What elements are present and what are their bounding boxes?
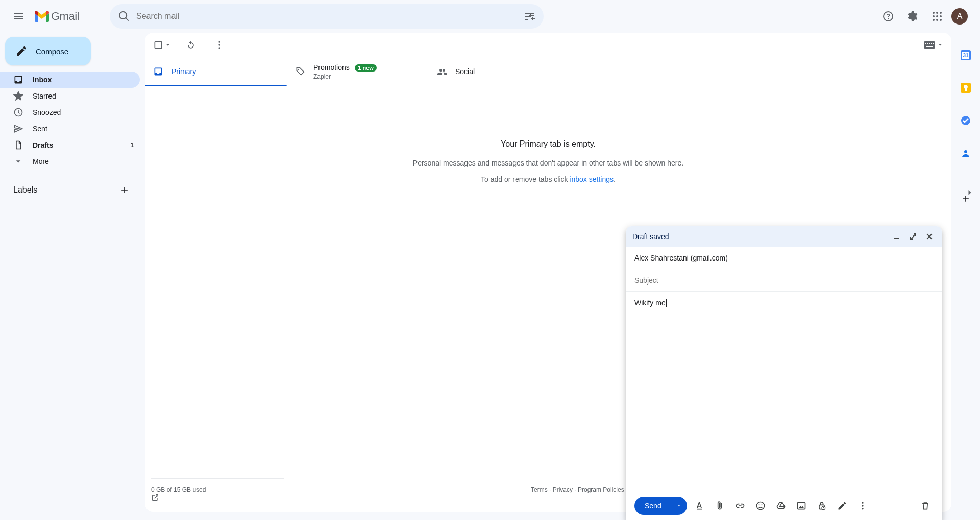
- keep-app-button[interactable]: [955, 78, 976, 98]
- calendar-app-button[interactable]: 31: [955, 45, 976, 65]
- lock-clock-icon: [817, 501, 827, 511]
- header-right: A: [878, 6, 976, 27]
- svg-point-32: [761, 504, 762, 505]
- compose-body[interactable]: Wikify me: [626, 292, 942, 491]
- storage-text: 0 GB of 15 GB used: [151, 486, 206, 493]
- tab-badge: 1 new: [355, 64, 377, 72]
- sidebar-item-snoozed[interactable]: Snoozed: [0, 104, 140, 121]
- avatar-letter: A: [957, 12, 963, 21]
- compose-toolbar: Send: [626, 491, 942, 520]
- compose-button[interactable]: Compose: [5, 37, 91, 65]
- sidebar-item-starred[interactable]: Starred: [0, 88, 140, 104]
- emoji-icon: [755, 501, 766, 511]
- svg-point-21: [298, 69, 299, 70]
- image-icon: [796, 501, 806, 511]
- compose-label: Compose: [36, 47, 68, 56]
- sidebar-item-sent[interactable]: Sent: [0, 121, 140, 137]
- sidebar-item-more[interactable]: More: [0, 153, 140, 170]
- tasks-app-button[interactable]: [955, 110, 976, 131]
- contacts-app-button[interactable]: [955, 143, 976, 163]
- footer-links[interactable]: Terms · Privacy · Program Policies: [531, 486, 624, 493]
- search-bar[interactable]: [110, 4, 544, 29]
- select-all-checkbox[interactable]: [153, 40, 172, 50]
- tab-promotions[interactable]: Promotions 1 new Zapier: [287, 57, 429, 86]
- drive-button[interactable]: [773, 498, 789, 514]
- signature-button[interactable]: [834, 498, 850, 514]
- inbox-icon: [153, 66, 163, 77]
- input-tool-button[interactable]: [924, 41, 943, 49]
- compose-header[interactable]: Draft saved: [626, 226, 942, 247]
- apps-button[interactable]: [927, 6, 947, 27]
- main-menu-button[interactable]: [6, 4, 31, 29]
- tab-primary[interactable]: Primary: [145, 57, 287, 86]
- keyboard-icon: [924, 41, 935, 49]
- side-panel-toggle[interactable]: [960, 182, 980, 203]
- compose-header-title: Draft saved: [632, 232, 891, 241]
- settings-button[interactable]: [902, 6, 923, 27]
- tab-label: Primary: [172, 67, 196, 76]
- tab-label: Social: [455, 67, 475, 76]
- formatting-button[interactable]: [691, 498, 707, 514]
- trash-icon: [920, 501, 930, 511]
- search-options-button[interactable]: [519, 6, 540, 27]
- dropdown-caret-icon: [164, 41, 172, 49]
- rail-divider: [961, 176, 971, 176]
- emoji-button[interactable]: [752, 498, 769, 514]
- side-panel: 31: [951, 33, 980, 209]
- dropdown-caret-icon: [676, 503, 681, 508]
- sidebar-item-drafts[interactable]: Drafts 1: [0, 137, 140, 153]
- storage-open-button[interactable]: [151, 493, 284, 502]
- svg-rect-29: [697, 509, 702, 510]
- close-button[interactable]: [923, 230, 936, 243]
- minimize-icon: [893, 233, 900, 240]
- more-button[interactable]: [210, 36, 229, 54]
- svg-point-0: [933, 12, 935, 14]
- svg-rect-17: [929, 43, 930, 44]
- more-options-button[interactable]: [854, 498, 871, 514]
- recipients-field[interactable]: Alex Shahrestani (gmail.com): [626, 247, 942, 269]
- svg-rect-16: [927, 43, 928, 44]
- send-button[interactable]: Send: [634, 497, 687, 515]
- support-button[interactable]: [878, 6, 898, 27]
- inbox-icon: [13, 75, 23, 85]
- confidential-button[interactable]: [814, 498, 830, 514]
- svg-point-13: [218, 47, 220, 49]
- sidebar-item-label: Snoozed: [33, 108, 61, 116]
- account-avatar[interactable]: A: [951, 8, 968, 25]
- svg-point-2: [940, 12, 942, 14]
- svg-point-36: [862, 502, 863, 504]
- checkbox-icon: [153, 40, 163, 50]
- chevron-down-icon: [13, 156, 23, 167]
- tab-social[interactable]: Social: [429, 57, 571, 86]
- svg-text:31: 31: [963, 53, 969, 58]
- recipients-value: Alex Shahrestani (gmail.com): [634, 254, 728, 262]
- sidebar-item-inbox[interactable]: Inbox: [0, 72, 140, 88]
- sidebar-item-label: Drafts: [33, 141, 53, 149]
- refresh-button[interactable]: [182, 36, 200, 54]
- search-input[interactable]: [134, 12, 519, 21]
- list-toolbar: [145, 33, 951, 57]
- subject-field[interactable]: [626, 269, 942, 292]
- link-button[interactable]: [732, 498, 748, 514]
- image-button[interactable]: [793, 498, 810, 514]
- discard-draft-button[interactable]: [917, 498, 934, 514]
- svg-point-27: [964, 150, 967, 153]
- svg-point-11: [218, 41, 220, 43]
- apps-grid-icon: [932, 11, 942, 21]
- svg-point-38: [862, 508, 863, 509]
- sidebar-item-label: Starred: [33, 92, 56, 100]
- inbox-settings-link[interactable]: inbox settings: [570, 175, 614, 183]
- send-options-button[interactable]: [671, 497, 687, 515]
- fullscreen-button[interactable]: [907, 230, 919, 243]
- contacts-icon: [961, 148, 971, 158]
- attach-icon: [715, 501, 725, 511]
- svg-point-4: [936, 15, 938, 17]
- gmail-logo[interactable]: Gmail: [35, 10, 79, 23]
- add-label-button[interactable]: [116, 182, 133, 198]
- attach-button[interactable]: [712, 498, 728, 514]
- search-button[interactable]: [114, 6, 134, 27]
- subject-input[interactable]: [634, 276, 934, 285]
- svg-point-3: [933, 15, 935, 17]
- text-format-icon: [694, 501, 704, 511]
- minimize-button[interactable]: [891, 230, 903, 243]
